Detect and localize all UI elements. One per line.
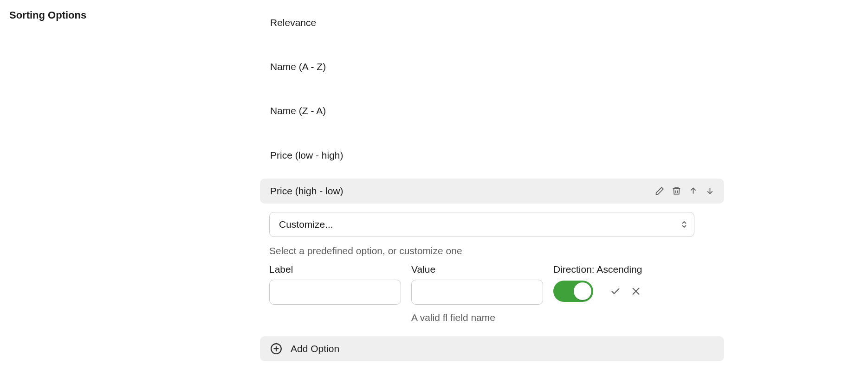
sort-option-label: Price (high - low) xyxy=(270,185,343,197)
direction-field: Direction: Ascending xyxy=(553,264,642,302)
toggle-knob xyxy=(574,282,591,300)
value-field: Value A valid fl field name xyxy=(411,264,543,323)
direction-label: Direction: Ascending xyxy=(553,264,642,275)
predefined-select-wrap: Customize... xyxy=(269,212,694,237)
value-field-label: Value xyxy=(411,264,543,275)
move-down-icon[interactable] xyxy=(704,185,716,197)
label-input[interactable] xyxy=(269,280,401,305)
sorting-options-panel: Relevance Name (A - Z) Name (Z - A) Pric… xyxy=(260,8,724,361)
move-up-icon[interactable] xyxy=(687,185,699,197)
row-actions xyxy=(654,185,716,197)
sort-option-label: Name (Z - A) xyxy=(270,105,326,116)
sort-option-label: Price (low - high) xyxy=(270,150,343,160)
label-field: Label xyxy=(269,264,401,305)
section-title: Sorting Options xyxy=(9,8,251,21)
direction-toggle[interactable] xyxy=(553,281,593,302)
edit-icon[interactable] xyxy=(654,185,666,197)
sort-option-name-za[interactable]: Name (Z - A) xyxy=(260,96,724,125)
cancel-icon[interactable] xyxy=(630,285,642,297)
customize-fields-row: Label Value A valid fl field name Direct… xyxy=(269,264,694,323)
value-input[interactable] xyxy=(411,280,543,305)
add-option-button[interactable]: Add Option xyxy=(260,336,724,361)
predefined-select-value: Customize... xyxy=(279,219,333,230)
customize-block: Customize... Select a predefined option,… xyxy=(260,212,724,323)
predefined-select-helper: Select a predefined option, or customize… xyxy=(269,245,724,256)
trash-icon[interactable] xyxy=(670,185,682,197)
sort-option-relevance[interactable]: Relevance xyxy=(260,8,724,37)
value-field-help: A valid fl field name xyxy=(411,312,543,323)
predefined-select[interactable]: Customize... xyxy=(269,212,694,237)
sort-option-label: Name (A - Z) xyxy=(270,61,326,72)
label-field-label: Label xyxy=(269,264,401,275)
sort-option-name-az[interactable]: Name (A - Z) xyxy=(260,52,724,81)
add-option-label: Add Option xyxy=(291,343,339,354)
sort-option-price-low-high[interactable]: Price (low - high) xyxy=(260,141,724,169)
sort-option-price-high-low[interactable]: Price (high - low) xyxy=(260,179,724,204)
confirm-icon[interactable] xyxy=(609,285,622,297)
confirm-actions xyxy=(609,285,642,297)
sort-option-label: Relevance xyxy=(270,17,316,28)
plus-circle-icon xyxy=(270,343,282,355)
